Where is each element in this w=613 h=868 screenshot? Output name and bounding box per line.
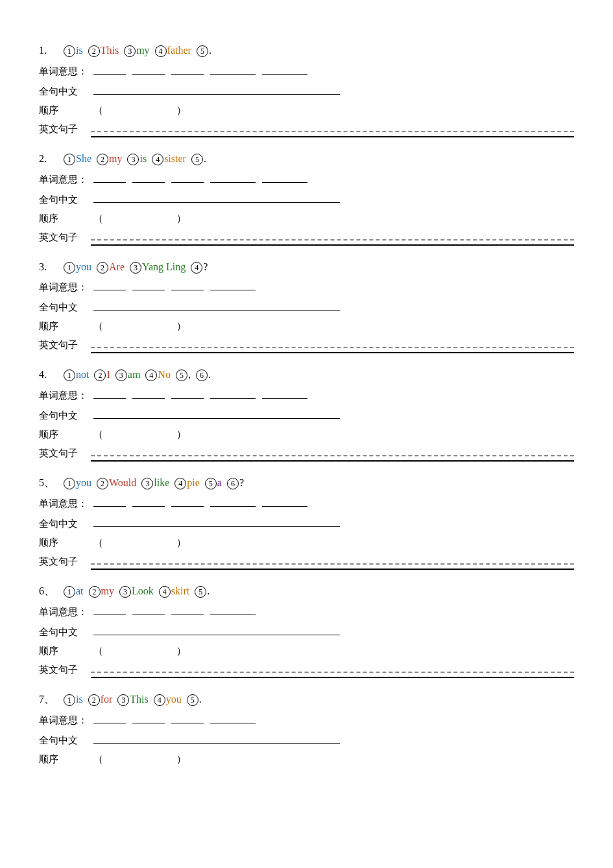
danci-field[interactable] [171,63,204,75]
danci-field[interactable] [210,604,256,615]
word-text: . [199,690,202,709]
danci-field[interactable] [93,604,126,615]
word-item: 1you [64,258,91,277]
word-text: . [209,41,211,60]
quanzhong-label: 全句中文 [39,407,91,425]
word-circle: 1 [64,45,75,57]
quanzhong-label: 全句中文 [39,299,91,316]
yingwen-lines[interactable] [91,661,574,678]
danci-field[interactable] [132,387,165,399]
shunxu-label: 顺序 [39,534,91,552]
danci-field[interactable] [171,171,204,183]
danci-field[interactable] [132,495,165,507]
quanzhong-field[interactable] [93,191,340,203]
shunxu-row-3: 顺序（ ） [39,318,574,335]
word-text: is [76,690,83,709]
danci-field[interactable] [210,387,256,399]
shunxu-row-2: 顺序（ ） [39,210,574,228]
danci-row-7: 单词意思： [39,712,574,729]
quanzhong-field[interactable] [93,83,340,95]
word-text: my [109,150,122,169]
danci-field[interactable] [262,495,307,507]
word-circle: 2 [97,154,108,165]
danci-label: 单词意思： [39,387,91,405]
danci-fields [91,387,310,399]
words-row-7: 7、1is2for3This4you5. [39,690,574,709]
yingwen-lines[interactable] [91,121,574,137]
danci-field[interactable] [93,712,126,723]
danci-field[interactable] [262,387,307,399]
danci-field[interactable] [93,279,126,290]
yingwen-lines[interactable] [91,445,574,462]
word-item: 4No [145,366,171,384]
danci-field[interactable] [171,279,204,290]
quanzhong-field[interactable] [93,299,340,311]
word-circle: 5 [197,45,208,57]
word-circle: 1 [64,262,75,274]
danci-field[interactable] [132,604,165,615]
quanzhong-row-3: 全句中文 [39,299,574,316]
word-item: 3Yang Ling [130,258,186,277]
word-item: 3am [115,366,141,384]
word-circle: 4 [159,586,171,598]
quanzhong-field[interactable] [93,515,340,527]
yingwen-lines[interactable] [91,336,574,353]
word-circle: 4 [174,478,186,489]
danci-field[interactable] [132,712,165,723]
word-item: 5. [195,582,210,601]
quanzhong-field[interactable] [93,624,340,635]
danci-field[interactable] [132,171,165,183]
danci-field[interactable] [262,63,307,75]
danci-field[interactable] [93,63,126,75]
yingwen-lines[interactable] [91,229,574,246]
danci-field[interactable] [132,279,165,290]
quanzhong-label: 全句中文 [39,191,91,209]
danci-field[interactable] [171,387,204,399]
danci-field[interactable] [210,712,256,723]
quanzhong-field[interactable] [93,732,340,744]
word-circle: 3 [119,586,131,598]
danci-field[interactable] [171,604,204,615]
danci-field[interactable] [171,495,204,507]
danci-field[interactable] [171,712,204,723]
words-row-2: 2.1She2my3is4sister5. [39,150,574,169]
danci-field[interactable] [93,387,126,399]
word-text: skirt [171,582,189,601]
exercise-7: 7、1is2for3This4you5.单词意思： 全句中文顺序（ ） [39,690,574,768]
word-text: for [101,690,113,709]
exercise-num-6: 6、 [39,582,64,601]
danci-field[interactable] [132,63,165,75]
danci-field[interactable] [210,495,256,507]
danci-field[interactable] [93,495,126,507]
word-circle: 3 [124,45,136,57]
shunxu-row-4: 顺序（ ） [39,426,574,443]
word-item: 5. [191,150,206,169]
word-text: Are [109,258,125,277]
danci-field[interactable] [262,171,307,183]
words-row-4: 4.1not2I3am4No5,6. [39,366,574,384]
danci-label: 单词意思： [39,171,91,189]
danci-field[interactable] [93,171,126,183]
danci-field[interactable] [210,63,256,75]
quanzhong-field[interactable] [93,407,340,419]
word-circle: 4 [155,45,167,57]
word-item: 4sister [152,150,186,169]
yingwen-lines[interactable] [91,553,574,570]
word-circle: 3 [130,262,141,274]
danci-label: 单词意思： [39,279,91,296]
yingwen-row-3: 英文句子 [39,336,574,354]
word-text: . [208,366,211,384]
word-text: . [204,150,206,169]
exercise-2: 2.1She2my3is4sister5.单词意思： 全句中文顺序（ ）英文句子 [39,150,574,246]
danci-field[interactable] [210,279,256,290]
shunxu-paren: （ ） [93,318,186,335]
words-row-5: 5、1you2Would3like4pie5a6? [39,474,574,493]
word-circle: 5 [191,154,203,165]
word-circle: 3 [127,154,139,165]
word-text: Would [109,474,136,493]
danci-field[interactable] [210,171,256,183]
word-item: 2my [89,582,114,601]
word-item: 5. [197,41,211,60]
word-circle: 2 [97,262,108,274]
word-text: you [166,690,182,709]
